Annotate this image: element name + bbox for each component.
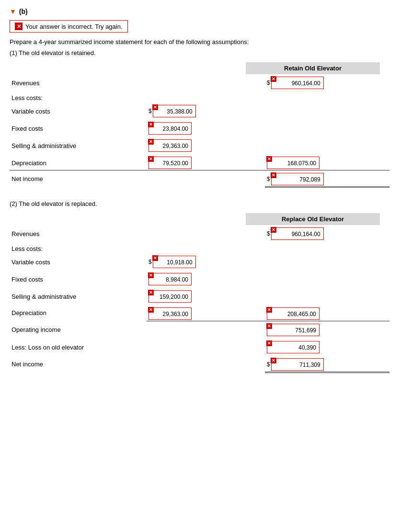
less-loss-label: Less: Loss on old elevator [10, 339, 147, 356]
net-income-row: Net income $ ✕ 792,089 [10, 170, 389, 187]
net-income-dollar: $ [267, 176, 270, 182]
error-box: ✕ Your answer is incorrect. Try again. [10, 20, 128, 33]
error-x-icon: ✕ [15, 23, 23, 30]
t2-revenues-label: Revenues [10, 225, 147, 242]
revenues-field-wrapper: ✕ 960,164.00 [271, 77, 324, 89]
triangle-icon: ▼ [10, 8, 16, 15]
t2-less-costs-row: Less costs: [10, 242, 389, 253]
less-loss-error-x: ✕ [266, 340, 272, 346]
t2-depreciation-input[interactable]: 29,363.00 [148, 307, 192, 320]
net-income-input-area: $ ✕ 792,089 [267, 173, 388, 185]
fixed-costs-input[interactable]: 23,804.00 [148, 122, 192, 135]
table2-header: Replace Old Elevator [246, 213, 380, 225]
t2-fixed-costs-field-wrapper: ✕ 8,984.00 [148, 273, 192, 285]
operating-income-error-x: ✕ [266, 323, 272, 329]
table1: Revenues $ ✕ 960,164.00 Less costs: [10, 74, 389, 188]
t2-selling-admin-label: Selling & administrative [10, 288, 147, 305]
t2-depreciation-row: Depreciation ✕ 29,363.00 ✕ 208,465.0 [10, 305, 389, 321]
sub-text-2: (2) The old elevator is replaced. [10, 200, 389, 207]
depreciation-field-wrapper: ✕ 79,520.00 [148, 157, 192, 169]
fixed-costs-input-area: ✕ 23,804.00 [148, 122, 244, 135]
t2-less-costs-label: Less costs: [10, 242, 147, 253]
sub-text-1: (1) The old elevator is retained. [10, 49, 389, 57]
operating-income-label: Operating income [10, 321, 147, 339]
depreciation-input[interactable]: 79,520.00 [148, 157, 192, 169]
net-income-input[interactable]: 792,089 [271, 173, 324, 185]
depreciation-error-x: ✕ [148, 156, 154, 162]
net-income-error-x: ✕ [271, 172, 276, 178]
t2-revenues-error-x: ✕ [271, 227, 276, 233]
t2-net-income-input-area: $ ✕ 711,309 [267, 358, 388, 371]
less-costs-row: Less costs: [10, 91, 389, 102]
t2-net-income-dollar: $ [267, 361, 270, 368]
net-income-label: Net income [10, 170, 147, 187]
t2-revenues-dollar: $ [267, 230, 270, 237]
operating-income-input-area: ✕ 751,699 [267, 324, 388, 336]
t2-net-income-label: Net income [10, 356, 147, 373]
t2-depreciation-total-error-x: ✕ [266, 307, 272, 313]
net-income-field-wrapper: ✕ 792,089 [271, 173, 324, 185]
variable-costs-row: Variable costs $ ✕ 35,388.00 [10, 102, 389, 120]
t2-selling-admin-error-x: ✕ [148, 290, 154, 295]
selling-admin-row: Selling & administrative ✕ 29,363.00 [10, 137, 389, 154]
t2-selling-admin-row: Selling & administrative ✕ 159,200.00 [10, 288, 389, 305]
depreciation-total-field-wrapper: ✕ 168,075.00 [267, 157, 319, 169]
page-container: ▼ (b) ✕ Your answer is incorrect. Try ag… [0, 0, 399, 532]
revenues-label: Revenues [10, 74, 147, 91]
operating-income-field-wrapper: ✕ 751,699 [267, 324, 319, 336]
depreciation-label: Depreciation [10, 154, 147, 170]
fixed-costs-row: Fixed costs ✕ 23,804.00 [10, 120, 389, 137]
selling-admin-input-area: ✕ 29,363.00 [148, 139, 244, 152]
t2-variable-costs-field-wrapper: ✕ 10,918.00 [153, 256, 196, 268]
fixed-costs-error-x: ✕ [148, 122, 154, 127]
t2-selling-admin-input[interactable]: 159,200.00 [148, 290, 192, 303]
revenues-row: Revenues $ ✕ 960,164.00 [10, 74, 389, 91]
depreciation-total-input-area: ✕ 168,075.00 [267, 157, 388, 169]
error-text: Your answer is incorrect. Try again. [25, 23, 123, 30]
t2-depreciation-label: Depreciation [10, 305, 147, 321]
t2-revenues-input-area: $ ✕ 960,164.00 [267, 227, 388, 240]
t2-revenues-row: Revenues $ ✕ 960,164.00 [10, 225, 389, 242]
t2-variable-costs-input-area: $ ✕ 10,918.00 [148, 256, 244, 268]
t2-fixed-costs-input[interactable]: 8,984.00 [148, 273, 192, 285]
t2-revenues-input[interactable]: 960,164.00 [271, 227, 324, 240]
variable-costs-label: Variable costs [10, 102, 147, 120]
t2-fixed-costs-row: Fixed costs ✕ 8,984.00 [10, 271, 389, 288]
t2-net-income-row: Net income $ ✕ 711,309 [10, 356, 389, 373]
less-loss-row: Less: Loss on old elevator ✕ 40,390 [10, 339, 389, 356]
t2-net-income-input[interactable]: 711,309 [271, 358, 324, 371]
t2-depreciation-total-input[interactable]: 208,465.00 [267, 307, 319, 320]
table2: Revenues $ ✕ 960,164.00 Less costs: [10, 225, 389, 373]
intro-text: Prepare a 4-year summarized income state… [10, 38, 389, 45]
operating-income-input[interactable]: 751,699 [267, 324, 319, 336]
t2-revenues-field-wrapper: ✕ 960,164.00 [271, 227, 324, 240]
t2-depreciation-field-wrapper: ✕ 29,363.00 [148, 307, 192, 320]
t2-depreciation-error-x: ✕ [148, 307, 154, 313]
less-loss-input-area: ✕ 40,390 [267, 341, 388, 353]
t2-depreciation-total-input-area: ✕ 208,465.00 [267, 307, 388, 320]
operating-income-row: Operating income ✕ 751,699 [10, 321, 389, 339]
t2-variable-costs-error-x: ✕ [152, 255, 158, 261]
less-loss-input[interactable]: 40,390 [267, 341, 319, 353]
selling-admin-label: Selling & administrative [10, 137, 147, 154]
less-costs-label: Less costs: [10, 91, 147, 102]
table1-header: Retain Old Elevator [246, 62, 380, 74]
depreciation-total-input[interactable]: 168,075.00 [267, 157, 319, 169]
revenues-input[interactable]: 960,164.00 [271, 77, 324, 89]
t2-variable-costs-label: Variable costs [10, 253, 147, 271]
selling-admin-input[interactable]: 29,363.00 [148, 139, 192, 152]
variable-costs-input[interactable]: 35,388.00 [153, 105, 196, 117]
variable-costs-field-wrapper: ✕ 35,388.00 [153, 105, 196, 117]
t2-variable-costs-row: Variable costs $ ✕ 10,918.00 [10, 253, 389, 271]
revenues-dollar: $ [267, 79, 270, 86]
t2-net-income-field-wrapper: ✕ 711,309 [271, 358, 324, 371]
t2-net-income-error-x: ✕ [271, 358, 276, 363]
selling-admin-error-x: ✕ [148, 139, 154, 145]
variable-costs-error-x: ✕ [152, 104, 158, 110]
t2-fixed-costs-label: Fixed costs [10, 271, 147, 288]
t2-variable-costs-input[interactable]: 10,918.00 [153, 256, 196, 268]
t2-selling-admin-input-area: ✕ 159,200.00 [148, 290, 244, 303]
less-loss-field-wrapper: ✕ 40,390 [267, 341, 319, 353]
table2-container: Replace Old Elevator Revenues $ ✕ 960,16… [10, 213, 389, 373]
revenues-input-area: $ ✕ 960,164.00 [267, 77, 388, 89]
